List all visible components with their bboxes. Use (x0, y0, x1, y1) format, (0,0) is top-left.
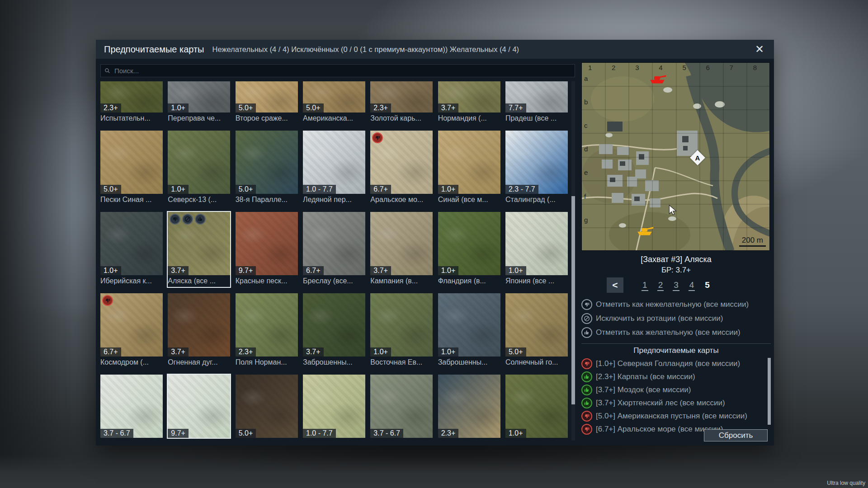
map-tile-thumbnail: 1.0+ (168, 131, 230, 194)
preferred-map-item[interactable]: [5.0+] Американская пустыня (все миссии) (581, 409, 764, 422)
map-tile[interactable]: 2.3+Золотой карь... (370, 81, 433, 124)
map-tile[interactable]: 7.7+Прадеш (все ... (505, 81, 568, 124)
pager-back-button[interactable]: < (607, 277, 623, 293)
search-box[interactable] (100, 64, 575, 77)
map-tile-name: Синай (все м... (438, 196, 500, 206)
dislike-badge-icon (170, 214, 180, 225)
minimap-column-label: 6 (706, 64, 710, 71)
battle-rating-badge: 5.0+ (100, 185, 121, 194)
map-tile-name: Северск-13 (... (168, 196, 230, 206)
map-tile[interactable]: 6.7+Бреслау (все... (303, 212, 365, 287)
map-tile[interactable]: 3.7+Нормандия (... (438, 81, 500, 124)
map-tile[interactable]: 9.7+ (168, 375, 230, 438)
close-button[interactable]: ✕ (753, 44, 766, 55)
page-number[interactable]: 2 (657, 281, 664, 291)
map-tile[interactable]: 3.7 - 6.7 (100, 375, 163, 438)
map-tile[interactable]: 1.0+ (505, 375, 568, 438)
grid-scrollbar-thumb[interactable] (571, 196, 575, 404)
battle-rating-badge: 1.0+ (438, 347, 459, 357)
map-tile[interactable]: 6.7+Космодром (... (100, 293, 163, 368)
map-tile[interactable]: 1.0 - 7.7 (303, 375, 365, 438)
preferred-maps-dialog: Предпочитаемые карты Нежелательных (4 / … (96, 40, 774, 446)
map-tile-thumbnail: 5.0+ (236, 81, 298, 113)
map-tile[interactable]: 5.0+Пески Синая ... (100, 131, 163, 206)
map-tile[interactable]: 9.7+Красные песк... (236, 212, 298, 287)
map-tile[interactable]: 3.7+Заброшенны... (303, 293, 365, 368)
battle-rating-badge: 6.7+ (100, 347, 121, 357)
map-tile[interactable]: 3.7 - 6.7 (370, 375, 433, 438)
map-tile[interactable]: 1.0+Переправа че... (168, 81, 230, 124)
map-tile[interactable]: 2.3+Испытательн... (100, 81, 163, 124)
ally-tank-icon (635, 225, 654, 238)
preferred-map-item[interactable]: [1.0+] Северная Голландия (все миссии) (581, 357, 764, 370)
map-action-exclude[interactable]: Исключить из ротации (все миссии) (581, 311, 771, 325)
map-tile-thumbnail: 1.0 - 7.7 (303, 375, 365, 438)
map-action-dislike[interactable]: Отметить как нежелательную (все миссии) (581, 297, 771, 311)
map-tile-thumbnail: 1.0+ (168, 81, 230, 113)
preferred-map-item[interactable]: [2.3+] Карпаты (все миссии) (581, 370, 764, 383)
map-tile[interactable]: 5.0+ (236, 375, 298, 438)
minimap-row-label: b (584, 98, 588, 106)
map-tile-name: Американска... (303, 114, 365, 124)
map-tile-thumbnail: 2.3+ (100, 81, 163, 113)
grid-scrollbar[interactable] (571, 81, 575, 441)
map-tile[interactable]: 2.3 - 7.7Сталинград (... (505, 131, 568, 206)
reset-button[interactable]: Сбросить (704, 429, 768, 441)
minimap-row-label: d (584, 145, 588, 153)
map-tile[interactable]: 1.0+Иберийская к... (100, 212, 163, 287)
map-action-like[interactable]: Отметить как желательную (все миссии) (581, 325, 771, 339)
minimap-row-label: c (584, 122, 588, 129)
selected-map-title: [Захват #3] Аляска (581, 255, 771, 264)
list-scrollbar-thumb[interactable] (768, 358, 771, 425)
battle-rating-badge: 1.0+ (438, 185, 459, 194)
map-tile-name: Япония (все ... (505, 277, 568, 287)
search-input[interactable] (113, 66, 571, 75)
preferred-map-item[interactable]: [3.7+] Хюртгенский лес (все миссии) (581, 396, 764, 409)
map-tile-thumbnail: 2.3 - 7.7 (505, 131, 568, 194)
map-tile-name: Испытательн... (100, 114, 163, 124)
minimap-column-label: 5 (682, 64, 686, 71)
page-number[interactable]: 5 (704, 281, 711, 291)
battle-rating-badge: 3.7+ (438, 103, 459, 113)
map-tile-grid: 2.3+Испытательн...1.0+Переправа че...5.0… (100, 81, 568, 441)
map-tile[interactable]: 1.0+Япония (все ... (505, 212, 568, 287)
map-tile[interactable]: 3.7+Огненная дуг... (168, 293, 230, 368)
page-number[interactable]: 1 (642, 281, 648, 291)
map-tile-name: Переправа че... (168, 114, 230, 124)
minimap-column-label: 3 (635, 64, 639, 71)
minimap[interactable]: 12345678abcdefg A 200 m (581, 62, 770, 251)
map-tile[interactable]: 6.7+Аральское мо... (370, 131, 433, 206)
map-tile[interactable]: 1.0+Фландрия (в... (438, 212, 500, 287)
map-tile-thumbnail: 5.0+ (236, 375, 298, 438)
map-tile-name: Заброшенны... (303, 358, 365, 368)
screen: Предпочитаемые карты Нежелательных (4 / … (0, 0, 868, 488)
exclude-badge-icon (182, 214, 193, 225)
map-tile[interactable]: 2.3+ (438, 375, 500, 438)
list-scrollbar[interactable] (768, 358, 771, 425)
map-tile[interactable]: 5.0+Солнечный го... (505, 293, 568, 368)
battle-rating-badge: 5.0+ (505, 347, 526, 357)
battle-rating-badge: 1.0 - 7.7 (303, 185, 336, 194)
map-tile[interactable]: 1.0+Северск-13 (... (168, 131, 230, 206)
map-tile[interactable]: 5.0+Американска... (303, 81, 365, 124)
like-icon (581, 371, 592, 382)
map-tile[interactable]: 1.0+Синай (все м... (438, 131, 500, 206)
map-tile-name: Нормандия (... (438, 114, 500, 124)
map-tile[interactable]: 1.0+Заброшенны... (438, 293, 500, 368)
dialog-stats: Нежелательных (4 / 4) Исключённых (0 / 0… (212, 45, 745, 54)
map-tile[interactable]: 2.3+Поля Норман... (236, 293, 298, 368)
map-tile[interactable]: 1.0+Восточная Ев... (370, 293, 433, 368)
preferred-map-item[interactable]: [3.7+] Моздок (все миссии) (581, 383, 764, 396)
map-tile[interactable]: 5.0+38-я Паралле... (236, 131, 298, 206)
action-label: Отметить как нежелательную (все миссии) (596, 300, 749, 309)
map-tile-badges (102, 295, 113, 306)
battle-rating-badge: 3.7+ (168, 266, 189, 275)
page-number[interactable]: 4 (689, 281, 695, 291)
map-tile[interactable]: 3.7+Кампания (в... (370, 212, 433, 287)
map-tile[interactable]: 5.0+Второе сраже... (236, 81, 298, 124)
tile-row: 5.0+Пески Синая ...1.0+Северск-13 (...5.… (100, 131, 568, 206)
like-badge-icon (195, 214, 206, 225)
map-tile[interactable]: 3.7+Аляска (все ... (168, 212, 230, 287)
map-tile[interactable]: 1.0 - 7.7Ледяной пер... (303, 131, 365, 206)
page-number[interactable]: 3 (673, 281, 679, 291)
